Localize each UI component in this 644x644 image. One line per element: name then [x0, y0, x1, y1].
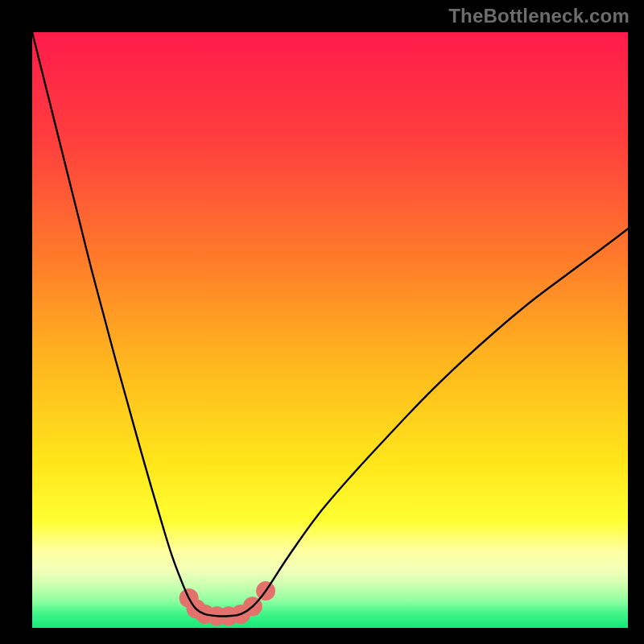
- bottleneck-curve: [32, 32, 628, 617]
- watermark-text: TheBottleneck.com: [448, 5, 630, 27]
- curve-overlay: [32, 32, 628, 628]
- plot-area: [32, 32, 628, 628]
- chart-frame: TheBottleneck.com: [0, 0, 644, 644]
